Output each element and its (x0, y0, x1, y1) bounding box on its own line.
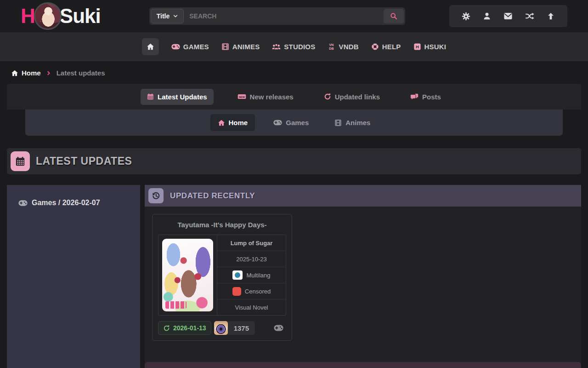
game-card: Tayutama -It's Happy Days- Lump of Sugar… (152, 214, 292, 341)
upload-icon[interactable] (547, 12, 555, 20)
views-badge[interactable]: 1375 (214, 321, 255, 335)
film-icon (334, 119, 342, 126)
section-header: LATEST UPDATES (7, 148, 581, 174)
history-icon (148, 188, 164, 203)
panel-title: UPDATED RECENTLY (170, 191, 255, 201)
calendar-icon (147, 93, 154, 100)
nav-home-button[interactable] (142, 38, 159, 55)
subtab-label: Home (229, 119, 248, 126)
svg-text:VN: VN (329, 43, 334, 47)
breadcrumb-current: Latest updates (57, 69, 105, 77)
nav-item-animes[interactable]: ANIMES (221, 43, 260, 51)
refresh-icon (163, 325, 170, 332)
film-icon (221, 43, 229, 51)
game-cover-art[interactable] (162, 239, 213, 311)
calendar-icon (11, 151, 30, 171)
search-button[interactable] (384, 9, 404, 23)
cover-cell (158, 235, 217, 315)
tab-label: New releases (250, 93, 294, 101)
quick-actions (449, 5, 567, 27)
gamepad-icon (18, 200, 28, 207)
logo-text-prefix: H (21, 5, 35, 28)
game-title[interactable]: Tayutama -It's Happy Days- (158, 220, 286, 235)
language-row: Multilang (217, 267, 286, 283)
svg-text:DB: DB (329, 47, 334, 51)
card-footer: 2026-01-13 1375 (158, 321, 286, 335)
breadcrumb-home-link[interactable]: Home (11, 69, 41, 77)
game-card-body: Lump of Sugar 2025-10-23 (158, 235, 286, 316)
nav-item-label: VNDB (339, 43, 358, 51)
sidebar-date-label: Games / 2026-02-07 (32, 199, 100, 207)
nav-item-vndb[interactable]: VN DB VNDB (328, 43, 358, 51)
updates-tabs: Latest Updates NEW New releases Updated … (7, 84, 581, 109)
nav-item-games[interactable]: GAMES (171, 43, 209, 51)
gamepad-icon (273, 119, 282, 126)
censorship-label: Censored (245, 288, 271, 295)
svg-text:H: H (416, 44, 419, 49)
search-icon (390, 12, 397, 20)
tab-latest-updates[interactable]: Latest Updates (141, 89, 214, 105)
last-update-date: 2026-01-13 (173, 324, 206, 332)
search-category-value: Title (157, 12, 170, 20)
settings-icon[interactable] (462, 12, 470, 21)
type-row: Visual Novel (217, 299, 286, 315)
studio-row[interactable]: Lump of Sugar (217, 235, 286, 251)
vndb-icon: VN DB (328, 43, 335, 51)
subtab-label: Animes (345, 119, 370, 126)
release-date-row: 2025-10-23 (217, 251, 286, 267)
life-ring-icon (371, 43, 379, 51)
comments-icon (410, 93, 418, 100)
home-icon (11, 69, 18, 77)
chevron-down-icon (173, 14, 178, 18)
logo-avatar (34, 2, 62, 30)
site-logo[interactable]: H Suki (21, 2, 101, 30)
search-category-select[interactable]: Title (151, 9, 184, 23)
nav-item-label: STUDIOS (284, 43, 315, 51)
new-badge-icon: NEW (237, 93, 246, 100)
game-type: Visual Novel (235, 304, 268, 311)
nav-item-label: HELP (382, 43, 401, 51)
chevron-right-icon (46, 70, 51, 76)
subtab-animes[interactable]: Animes (327, 114, 378, 131)
search-bar: Title (149, 7, 405, 25)
nav-item-label: GAMES (183, 43, 209, 51)
nav-item-label: ANIMES (232, 43, 260, 51)
top-bar: H Suki Title (0, 0, 588, 32)
content: Games / 2026-02-07 UPDATED RECENTLY Tayu… (7, 185, 581, 368)
breadcrumb-home-label: Home (22, 69, 41, 77)
logo-text-suffix: Suki (60, 5, 101, 28)
subtab-home[interactable]: Home (210, 114, 255, 131)
profile-icon[interactable] (483, 12, 491, 20)
next-section-header[interactable] (145, 362, 581, 368)
tab-label: Updated links (335, 93, 380, 101)
scope-tabs: Home Games Animes (25, 109, 563, 136)
nav-item-hsuki[interactable]: H HSUKI (413, 43, 447, 51)
tab-new-releases[interactable]: NEW New releases (231, 89, 300, 105)
tab-label: Posts (422, 93, 441, 101)
subtab-games[interactable]: Games (266, 114, 316, 131)
sidebar-date-group[interactable]: Games / 2026-02-07 (18, 199, 140, 207)
globe-icon (232, 270, 243, 280)
search-input[interactable] (184, 9, 383, 23)
subtab-label: Games (286, 119, 309, 126)
panel-header: UPDATED RECENTLY (145, 185, 581, 207)
random-icon[interactable] (525, 12, 534, 20)
breadcrumb: Home Latest updates (11, 69, 588, 77)
release-date: 2025-10-23 (236, 256, 267, 263)
game-info: Lump of Sugar 2025-10-23 (217, 235, 286, 315)
tab-posts[interactable]: Posts (404, 89, 447, 105)
date-sidebar: Games / 2026-02-07 (7, 185, 140, 368)
cover-logo-mark (165, 301, 187, 309)
h-square-icon: H (413, 43, 421, 51)
gamepad-icon (171, 43, 180, 50)
nav-item-help[interactable]: HELP (371, 43, 401, 51)
censorship-row: Censored (217, 283, 286, 299)
refresh-icon (324, 93, 331, 100)
messages-icon[interactable] (503, 12, 513, 20)
tab-updated-links[interactable]: Updated links (317, 89, 386, 105)
users-icon (272, 43, 281, 51)
censored-icon (232, 287, 241, 296)
last-update-badge[interactable]: 2026-01-13 (158, 321, 211, 335)
nav-item-studios[interactable]: STUDIOS (272, 43, 315, 51)
gamepad-icon[interactable] (274, 325, 283, 331)
